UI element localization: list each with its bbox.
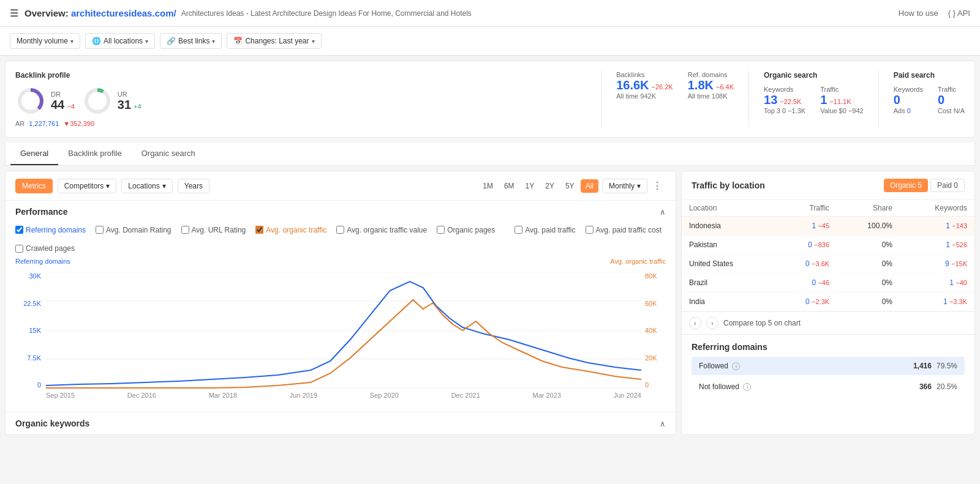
time-6m[interactable]: 6M <box>499 179 519 193</box>
chevron-down-icon: ▾ <box>162 182 166 190</box>
organic-button[interactable]: Organic 5 <box>884 179 928 192</box>
backlinks-value: 16.6K <box>616 78 649 92</box>
organic-keywords-collapse[interactable]: ∧ <box>660 419 666 428</box>
metric-avg-organic-traffic[interactable]: Avg. organic traffic <box>255 226 326 234</box>
traffic-by-location-header: Traffic by location Organic 5 Paid 0 <box>682 171 974 200</box>
compare-top-5[interactable]: Compare top 5 on chart <box>723 319 801 327</box>
col-location: Location <box>682 200 775 217</box>
share-cell: 0% <box>837 236 900 255</box>
organic-keywords-section: Organic keywords ∧ <box>6 412 676 434</box>
domain-link[interactable]: architecturesideas.com/ <box>71 8 176 18</box>
page-title: Overview: architecturesideas.com/ <box>24 8 176 18</box>
traffic-cell: 0 −3.6K <box>775 255 837 274</box>
locations-filter[interactable]: 🌐 All locations ▾ <box>85 33 155 49</box>
ur-label: UR <box>118 91 141 98</box>
keywords-cell: 9 −15K <box>900 255 974 274</box>
traffic-by-location-title: Traffic by location <box>692 181 765 190</box>
metric-referring-domains[interactable]: Referring domains <box>15 226 86 234</box>
svg-point-2 <box>86 90 108 112</box>
how-to-use-link[interactable]: How to use <box>899 9 938 18</box>
not-followed-row: Not followed i 366 20.5% <box>692 378 965 396</box>
time-2y[interactable]: 2Y <box>540 179 559 193</box>
performance-header: Performance ∧ <box>6 201 676 220</box>
metric-organic-pages[interactable]: Organic pages <box>437 226 495 234</box>
hamburger-menu[interactable]: ☰ <box>10 7 18 19</box>
prev-arrow[interactable]: ‹ <box>689 317 701 329</box>
backlinks-delta: −26.2K <box>652 83 673 91</box>
tab-backlink-profile[interactable]: Backlink profile <box>58 143 131 165</box>
volume-filter[interactable]: Monthly volume ▾ <box>10 33 80 49</box>
tab-general[interactable]: General <box>10 143 58 165</box>
tab-organic-search[interactable]: Organic search <box>132 143 205 165</box>
organic-search-title: Organic search Keywords 13 −22.5K Top 3 … <box>764 71 864 114</box>
more-options-button[interactable]: ⋮ <box>649 177 666 194</box>
backlinks-stat: Backlinks 16.6K −26.2K All time 942K <box>616 71 673 100</box>
metric-avg-paid-traffic[interactable]: Avg. paid traffic <box>514 226 575 234</box>
referring-domains-title: Referring domains <box>692 342 965 352</box>
location-name: Brazil <box>682 274 775 292</box>
performance-title: Performance <box>15 207 68 217</box>
table-row: India 0 −2.3K 0% 1 −3.3K <box>682 292 974 311</box>
paid-search-section: Paid search Keywords 0 Ads 0 Traffic 0 C… <box>894 71 965 127</box>
not-followed-label: Not followed i <box>699 382 919 391</box>
time-range-buttons: 1M 6M 1Y 2Y 5Y All Monthly ▾ ⋮ <box>478 177 666 194</box>
metric-crawled-pages[interactable]: Crawled pages <box>15 244 75 253</box>
chart-area: 30K 22.5K 15K 7.5K 0 80K 60K 40K 20K 0 <box>6 267 676 412</box>
chevron-down-icon: ▾ <box>212 38 215 45</box>
legend-avg-organic-traffic: Avg. organic traffic <box>610 258 666 265</box>
tabs-bar: General Backlink profile Organic search <box>5 143 975 166</box>
links-filter[interactable]: 🔗 Best links ▾ <box>160 33 222 49</box>
nav-right: How to use { } API <box>899 9 970 18</box>
col-share: Share <box>837 200 900 217</box>
keywords-cell: 1 −3.3K <box>900 292 974 311</box>
changes-filter[interactable]: 📅 Changes: Last year ▾ <box>227 33 321 49</box>
monthly-dropdown[interactable]: Monthly ▾ <box>602 179 647 193</box>
collapse-button[interactable]: ∧ <box>660 207 666 217</box>
metric-avg-url-rating[interactable]: Avg. URL Rating <box>181 226 246 234</box>
chevron-down-icon: ▾ <box>106 182 110 190</box>
info-icon[interactable]: i <box>732 362 740 370</box>
legend-referring-domains: Referring domains <box>15 258 70 265</box>
ref-domains-sub: All time 108K <box>688 92 734 100</box>
ur-stat: UR 31 +4 <box>82 86 141 116</box>
stats-panel: Backlink profile DR 44 −4 <box>5 61 975 138</box>
traffic-cell: 0 −2.3K <box>775 292 837 311</box>
time-1m[interactable]: 1M <box>478 179 498 193</box>
keywords-cell: 1 −526 <box>900 236 974 255</box>
metric-avg-domain-rating[interactable]: Avg. Domain Rating <box>96 226 172 234</box>
traffic-cell: 0 −46 <box>775 274 837 292</box>
org-traffic-stat: Traffic 1 −11.1K Value $0 −942 <box>820 86 863 114</box>
locations-dropdown[interactable]: Locations ▾ <box>121 179 172 193</box>
share-cell: 100.0% <box>837 217 900 236</box>
metric-avg-paid-traffic-cost[interactable]: Avg. paid traffic cost <box>586 226 662 234</box>
years-button[interactable]: Years <box>178 179 209 193</box>
followed-label: Followed i <box>699 362 913 370</box>
table-row: Pakistan 0 −836 0% 1 −526 <box>682 236 974 255</box>
backlink-profile-title: Backlink profile <box>15 71 586 80</box>
chart-legend: Referring domains Avg. organic traffic <box>6 258 676 267</box>
time-1y[interactable]: 1Y <box>521 179 540 193</box>
organic-keywords-header: Organic keywords ∧ <box>6 412 676 434</box>
ar-value[interactable]: 1,227,761 <box>29 120 59 127</box>
share-cell: 0% <box>837 292 900 311</box>
backlink-profile-section: Backlink profile DR 44 −4 <box>15 71 601 127</box>
time-5y[interactable]: 5Y <box>560 179 579 193</box>
api-link[interactable]: { } API <box>948 9 970 18</box>
ref-domains-delta: −6.4K <box>716 83 734 91</box>
paid-button[interactable]: Paid 0 <box>930 179 965 192</box>
competitors-dropdown[interactable]: Competitors ▾ <box>58 179 117 193</box>
location-name: Indonesia <box>682 217 775 236</box>
metric-avg-organic-traffic-value[interactable]: Avg. organic traffic value <box>336 226 427 234</box>
share-cell: 0% <box>837 255 900 274</box>
keywords-cell: 1 −143 <box>900 217 974 236</box>
backlinks-label: Backlinks <box>616 71 673 78</box>
filters-bar: Monthly volume ▾ 🌐 All locations ▾ 🔗 Bes… <box>0 27 980 56</box>
location-name: United States <box>682 255 775 274</box>
metrics-button[interactable]: Metrics <box>15 179 53 193</box>
time-all[interactable]: All <box>581 179 598 193</box>
info-icon[interactable]: i <box>743 383 751 391</box>
ar-row: AR 1,227,761 ▼352,390 <box>15 120 586 127</box>
next-arrow[interactable]: › <box>706 317 718 329</box>
compare-row: ‹ › Compare top 5 on chart <box>682 311 974 334</box>
col-keywords: Keywords <box>900 200 974 217</box>
